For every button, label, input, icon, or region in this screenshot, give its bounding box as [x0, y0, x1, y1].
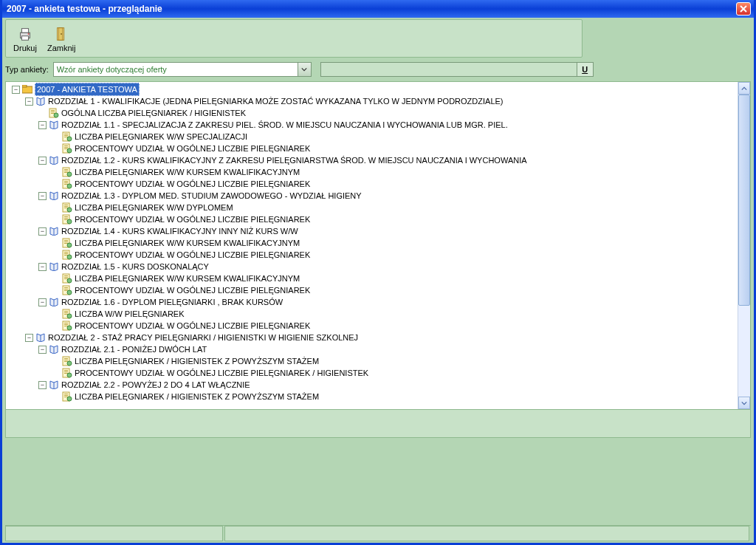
tree-node[interactable]: LICZBA PIELĘGNIAREK W/W KURSEM KWALIFIKA…: [9, 272, 738, 284]
tree-node[interactable]: OGÓLNA LICZBA PIELĘGNIAREK / HIGIENISTEK: [9, 107, 738, 119]
tree-node[interactable]: PROCENTOWY UDZIAŁ W OGÓLNEJ LICZBIE PIEL…: [9, 367, 738, 379]
leaf-icon: [62, 202, 72, 213]
scroll-track[interactable]: [738, 95, 750, 397]
window-close-button[interactable]: [736, 2, 751, 16]
svg-point-108: [67, 397, 72, 401]
expand-toggle[interactable]: −: [38, 227, 47, 236]
svg-point-34: [67, 172, 72, 176]
book-icon: [35, 332, 46, 343]
tree-node[interactable]: LICZBA PIELĘGNIAREK W/W DYPLOMEM: [9, 202, 738, 213]
svg-rect-55: [64, 240, 68, 241]
tree-node[interactable]: LICZBA PIELĘGNIAREK W/W KURSEM KWALIFIKA…: [9, 166, 738, 178]
status-cell-2: [224, 526, 749, 541]
svg-rect-80: [64, 312, 68, 313]
print-button[interactable]: Drukuj: [10, 24, 40, 54]
scroll-thumb[interactable]: [738, 95, 750, 306]
tree-node-label: PROCENTOWY UDZIAŁ W OGÓLNEJ LICZBIE PIEL…: [75, 178, 310, 190]
svg-rect-94: [64, 360, 68, 360]
tree-view[interactable]: −2007 - ANKIETA TESTOWA−ROZDZIAŁ 1 - KWA…: [6, 82, 738, 409]
tree-node[interactable]: −ROZDZIAŁ 2.1 - PONIŻEJ DWÓCH LAT: [9, 343, 738, 355]
leaf-icon: [62, 356, 72, 366]
svg-point-58: [67, 243, 72, 247]
bottom-panels: [5, 410, 751, 525]
tree-node[interactable]: LICZBA PIELĘGNIAREK W/W SPECJALIZACJI: [9, 131, 738, 143]
u-button[interactable]: U: [577, 63, 593, 76]
leaf-icon: [62, 214, 72, 224]
survey-type-combo[interactable]: [53, 62, 312, 77]
tree-node[interactable]: LICZBA PIELĘGNIAREK / HIGIENISTEK Z POWY…: [9, 391, 738, 402]
tree-node[interactable]: −ROZDZIAŁ 1 - KWALIFIKACJE (JEDNA PIELĘG…: [9, 95, 738, 107]
leaf-icon: [62, 250, 72, 260]
tree-node-label: LICZBA PIELĘGNIAREK W/W DYPLOMEM: [75, 202, 233, 213]
tree-node[interactable]: PROCENTOWY UDZIAŁ W OGÓLNEJ LICZBIE PIEL…: [9, 249, 738, 261]
svg-point-22: [67, 137, 72, 141]
expand-toggle[interactable]: −: [38, 381, 47, 389]
expand-toggle[interactable]: −: [38, 263, 47, 271]
vertical-scrollbar[interactable]: [738, 82, 750, 409]
expand-toggle[interactable]: −: [38, 192, 47, 200]
combo-dropdown-button[interactable]: [298, 63, 311, 76]
svg-point-51: [67, 219, 72, 224]
expand-toggle[interactable]: −: [12, 86, 20, 94]
close-button[interactable]: Zamknij: [44, 24, 79, 54]
svg-rect-1: [21, 28, 28, 32]
svg-rect-8: [22, 85, 27, 87]
svg-point-96: [67, 361, 72, 366]
scroll-down-button[interactable]: [738, 397, 750, 409]
tree-node[interactable]: −ROZDZIAŁ 2 - STAŻ PRACY PIELĘGNIARKI / …: [9, 332, 738, 343]
tree-node-label: ROZDZIAŁ 1.6 - DYPLOM PIELĘGNIARKI , BRA…: [61, 296, 283, 308]
leaf-icon: [62, 391, 72, 402]
book-icon: [35, 96, 46, 106]
tree-node[interactable]: −ROZDZIAŁ 2.2 - POWYŻEJ 2 DO 4 LAT WŁĄCZ…: [9, 379, 738, 391]
leaf-icon: [62, 131, 72, 142]
svg-point-82: [67, 314, 72, 318]
tree-node[interactable]: −ROZDZIAŁ 1.2 - KURS KWALIFIKACYJNY Z ZA…: [9, 154, 738, 166]
tree-node[interactable]: −ROZDZIAŁ 1.3 - DYPLOM MED. STUDIUM ZAWO…: [9, 190, 738, 202]
svg-point-39: [67, 184, 72, 188]
tree-node[interactable]: −2007 - ANKIETA TESTOWA: [9, 83, 738, 95]
printer-icon: [16, 25, 34, 43]
svg-point-87: [67, 326, 72, 330]
book-icon: [49, 297, 59, 307]
expand-toggle[interactable]: −: [25, 334, 33, 342]
tree-node-label: LICZBA PIELĘGNIAREK W/W SPECJALIZACJI: [75, 131, 247, 143]
svg-point-3: [28, 33, 30, 35]
expand-toggle[interactable]: −: [38, 157, 47, 165]
tree-node-label: ROZDZIAŁ 1.3 - DYPLOM MED. STUDIUM ZAWOD…: [61, 190, 362, 202]
svg-rect-72: [64, 287, 68, 288]
tree-node[interactable]: PROCENTOWY UDZIAŁ W OGÓLNEJ LICZBIE PIEL…: [9, 284, 738, 296]
expand-toggle[interactable]: −: [38, 346, 47, 354]
svg-rect-48: [64, 216, 68, 217]
tree-node-label: LICZBA PIELĘGNIAREK W/W KURSEM KWALIFIKA…: [75, 272, 300, 284]
tree-node[interactable]: −ROZDZIAŁ 1.4 - KURS KWALIFIKACYJNY INNY…: [9, 225, 738, 237]
svg-rect-12: [51, 110, 55, 111]
tree-node[interactable]: −ROZDZIAŁ 1.6 - DYPLOM PIELĘGNIARKI , BR…: [9, 296, 738, 308]
tree-node-label: ROZDZIAŁ 1 - KWALIFIKACJE (JEDNA PIELĘGN…: [48, 95, 504, 107]
app-window: 2007 - ankieta testowa - przeglądanie Dr…: [0, 0, 756, 545]
titlebar[interactable]: 2007 - ankieta testowa - przeglądanie: [2, 0, 754, 18]
tree-node[interactable]: PROCENTOWY UDZIAŁ W OGÓLNEJ LICZBIE PIEL…: [9, 143, 738, 154]
leaf-icon: [62, 321, 72, 331]
expand-toggle[interactable]: −: [25, 97, 33, 106]
tree-node[interactable]: PROCENTOWY UDZIAŁ W OGÓLNEJ LICZBIE PIEL…: [9, 178, 738, 190]
type-label: Typ ankiety:: [5, 65, 49, 74]
expand-toggle[interactable]: −: [38, 298, 47, 306]
tree-node[interactable]: LICZBA PIELĘGNIAREK / HIGIENISTEK Z POWY…: [9, 355, 738, 367]
book-icon: [49, 155, 59, 165]
book-icon: [49, 261, 59, 272]
tree-node[interactable]: PROCENTOWY UDZIAŁ W OGÓLNEJ LICZBIE PIEL…: [9, 213, 738, 225]
svg-rect-2: [21, 35, 28, 40]
tree-node[interactable]: LICZBA PIELĘGNIAREK W/W KURSEM KWALIFIKA…: [9, 237, 738, 249]
survey-type-input[interactable]: [54, 63, 298, 76]
leaf-icon: [62, 238, 72, 248]
tree-node[interactable]: PROCENTOWY UDZIAŁ W OGÓLNEJ LICZBIE PIEL…: [9, 320, 738, 332]
tree-node[interactable]: −ROZDZIAŁ 1.5 - KURS DOSKONALĄCY: [9, 261, 738, 272]
scroll-up-button[interactable]: [738, 82, 750, 95]
statusbar: [5, 525, 751, 541]
svg-rect-37: [64, 182, 68, 183]
tree-node[interactable]: −ROZDZIAŁ 1.1 - SPECJALIZACJA Z ZAKRESU …: [9, 119, 738, 131]
svg-point-63: [67, 255, 72, 259]
svg-rect-106: [64, 395, 68, 396]
tree-node[interactable]: LICZBA W/W PIELĘGNIAREK: [9, 308, 738, 320]
expand-toggle[interactable]: −: [38, 121, 47, 129]
